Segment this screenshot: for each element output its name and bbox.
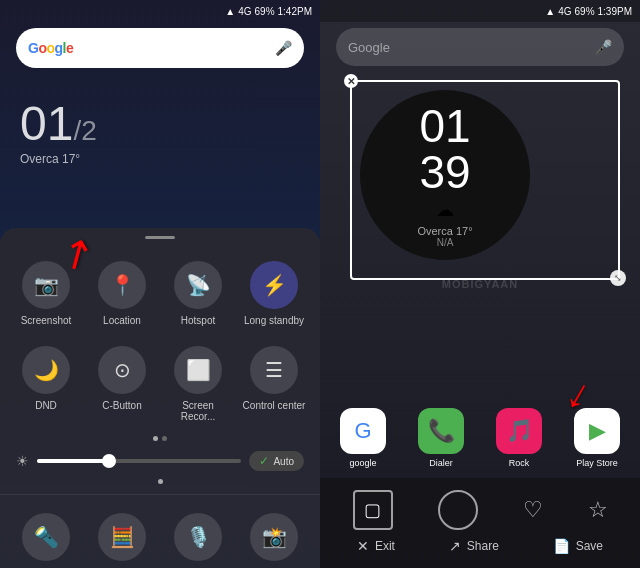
nav-buttons-row: ▢ ♡ ☆ [320,478,640,534]
qs-handle[interactable] [145,236,175,239]
app-icon-dialer[interactable]: 📞 Dialer [406,408,476,468]
qs-hotspot[interactable]: 📡 Hotspot [160,251,236,336]
mic-icon[interactable]: 🎤 [275,40,292,56]
clock-weather: Overca 17° [20,152,97,166]
nav-heart-button[interactable]: ♡ [523,497,543,523]
qs-cbutton[interactable]: ⊙ C-Button [84,336,160,432]
music-app-label: Rock [509,458,530,468]
exit-label: Exit [375,539,395,553]
app-icon-music[interactable]: 🎵 Rock [484,408,554,468]
playstore-app-icon: ▶ [574,408,620,454]
qs-longstandby[interactable]: ⚡ Long standby [236,251,312,336]
calculator-icon-circle: 🧮 [98,513,146,561]
qs-bottom-grid: 🔦 Flashlight 🧮 Calculator 🎙️ Recorder 📸 … [0,494,320,568]
qs-page-dots-2 [0,477,320,490]
controlcenter-label: Control center [243,400,306,411]
qs-dot-1 [153,436,158,441]
screenshot-icon-circle: 📷 [22,261,70,309]
quick-settings-panel: 📷 Screenshot 📍 Location 📡 Hotspot ⚡ Long… [0,228,320,568]
qs-screenrecord[interactable]: ⬜ Screen Recor... [160,336,236,432]
auto-badge[interactable]: ✓ Auto [249,451,304,471]
dnd-label: DND [35,400,57,411]
app-icon-google[interactable]: G google [328,408,398,468]
exit-action[interactable]: ✕ Exit [357,538,395,554]
auto-label: Auto [273,456,294,467]
playstore-app-label: Play Store [576,458,618,468]
qs-recorder[interactable]: 🎙️ Recorder [160,503,236,568]
right-status-bar: ▲ 4G 69% 1:39PM [320,0,640,22]
dialer-app-label: Dialer [429,458,453,468]
nav-circle-button[interactable] [438,490,478,530]
google-app-icon: G [340,408,386,454]
left-search-bar[interactable]: Google 🎤 [16,28,304,68]
save-label: Save [576,539,603,553]
qs-calculator[interactable]: 🧮 Calculator [84,503,160,568]
share-icon: ↗ [449,538,461,554]
flashlight-icon-circle: 🔦 [22,513,70,561]
right-mic-icon: 🎤 [595,39,612,55]
brightness-fill [37,459,109,463]
recorder-icon-circle: 🎙️ [174,513,222,561]
screenrecord-icon-circle: ⬜ [174,346,222,394]
nav-star-button[interactable]: ☆ [588,497,608,523]
qs-controlcenter[interactable]: ☰ Control center [236,336,312,432]
selection-close-button[interactable]: ✕ [344,74,358,88]
qs-page-dots [0,432,320,445]
google-app-label: google [349,458,376,468]
brightness-row: ☀ ✓ Auto [0,445,320,477]
brightness-icon: ☀ [16,453,29,469]
cbutton-icon-circle: ⊙ [98,346,146,394]
clock-widget: 01/2 Overca 17° [20,100,97,166]
dialer-app-icon: 📞 [418,408,464,454]
clock-time: 01/2 [20,100,97,148]
status-icons: ▲ 4G 69% 1:42PM [225,6,312,17]
save-action[interactable]: 📄 Save [553,538,603,554]
nav-actions-row: ✕ Exit ↗ Share 📄 Save [320,534,640,562]
qs-flashlight[interactable]: 🔦 Flashlight [8,503,84,568]
left-panel: ▲ 4G 69% 1:42PM Google 🎤 01/2 Overca 17°… [0,0,320,568]
save-icon: 📄 [553,538,570,554]
cbutton-label: C-Button [102,400,141,411]
qs-dot-2 [162,436,167,441]
battery-text: 69% [255,6,275,17]
music-app-icon: 🎵 [496,408,542,454]
share-action[interactable]: ↗ Share [449,538,499,554]
signal-text: 4G [238,6,251,17]
right-google-text: Google [348,40,390,55]
dnd-icon-circle: 🌙 [22,346,70,394]
left-status-bar: ▲ 4G 69% 1:42PM [0,0,320,22]
longstandby-icon-circle: ⚡ [250,261,298,309]
right-battery-text: 69% [575,6,595,17]
longstandby-label: Long standby [244,315,304,326]
screenrecord-label: Screen Recor... [164,400,232,422]
qs-camera[interactable]: 📸 Camera [236,503,312,568]
location-label: Location [103,315,141,326]
right-signal-text: 4G [558,6,571,17]
qs-grid: 📷 Screenshot 📍 Location 📡 Hotspot ⚡ Long… [0,251,320,432]
google-logo: Google [28,40,73,56]
app-icons-row: G google 📞 Dialer 🎵 Rock ▶ Play Store [320,408,640,468]
screenshot-selection-box[interactable]: ✕ ⤡ [350,80,620,280]
qs-dot2-1 [158,479,163,484]
hotspot-label: Hotspot [181,315,215,326]
location-icon-circle: 📍 [98,261,146,309]
brightness-track[interactable] [37,459,241,463]
nav-square-button[interactable]: ▢ [353,490,393,530]
camera-icon-circle: 📸 [250,513,298,561]
right-search-bar[interactable]: Google 🎤 [336,28,624,66]
qs-dnd[interactable]: 🌙 DND [8,336,84,432]
hotspot-icon-circle: 📡 [174,261,222,309]
screenshot-label: Screenshot [21,315,72,326]
right-panel: MOBIGYAAN ▲ 4G 69% 1:39PM Google 🎤 01 39… [320,0,640,568]
bottom-nav: ▢ ♡ ☆ ✕ Exit ↗ Share 📄 Save [320,478,640,568]
auto-check-icon: ✓ [259,454,269,468]
right-status-icons: ▲ 4G 69% 1:39PM [545,6,632,17]
share-label: Share [467,539,499,553]
brightness-thumb [102,454,116,468]
exit-icon: ✕ [357,538,369,554]
time-text: 1:42PM [278,6,312,17]
selection-resize-handle[interactable]: ⤡ [610,270,626,286]
right-time-text: 1:39PM [598,6,632,17]
wifi-icon: ▲ [225,6,235,17]
right-wifi-icon: ▲ [545,6,555,17]
